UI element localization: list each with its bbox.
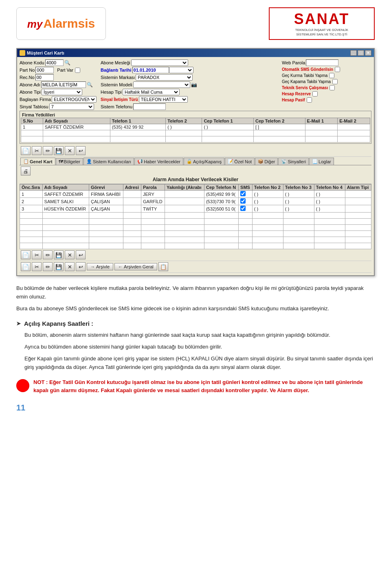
alarm-table-row-empty2 — [20, 219, 371, 225]
edit-button[interactable]: ✏ — [43, 146, 53, 155]
otomatik-sms-checkbox[interactable] — [335, 67, 340, 72]
sistem-telefonu-row: Sistem Telefonu — [101, 103, 280, 110]
alarm-col-adi: Adı Soyadı — [42, 184, 89, 191]
page-number: 11 — [16, 403, 375, 412]
arsivden-geral-button[interactable]: ← Arşivden Geral — [114, 263, 157, 270]
baglanti-tarihi-select[interactable] — [169, 67, 193, 73]
tab-ozel-not[interactable]: 📝 Özel Not — [225, 158, 255, 165]
alarm-sms-3-checkbox[interactable] — [240, 206, 246, 211]
tab-acilis-kapanis[interactable]: 🔓 Açılış/Kapanış — [184, 158, 224, 165]
restore-button[interactable]: □ — [358, 50, 364, 56]
cell-cep1: ( ) — [202, 124, 254, 130]
abone-kodu-search-icon[interactable]: 🔍 — [64, 60, 70, 66]
save-button[interactable]: 💾 — [54, 146, 64, 155]
sistem-telefonu-input[interactable] — [133, 103, 166, 110]
save-button-2[interactable]: 💾 — [54, 250, 64, 259]
delete-button-3[interactable]: ✕ — [65, 262, 75, 271]
tab-loglar[interactable]: 📃 Loglar — [309, 158, 334, 165]
alarm-cell-3-adres — [123, 205, 141, 213]
firma-table: S.No Adı Soyadı Telefon 1 Telefon 2 Cep … — [21, 118, 370, 143]
abone-tipi-select[interactable]: İşyeri — [42, 89, 82, 95]
save-button-3[interactable]: 💾 — [54, 262, 64, 271]
part-var-checkbox[interactable] — [75, 68, 80, 73]
hesap-tipi-select[interactable]: Haftalık Mail Cuma — [123, 89, 180, 95]
sinyal-tablosu-select[interactable]: 7 — [49, 103, 94, 110]
teknik-servis-checkbox[interactable] — [329, 85, 335, 90]
abone-adi-row: Abone Adı 🔍 — [20, 81, 99, 88]
refresh-button-2[interactable]: ↩ — [76, 250, 86, 259]
tab-bolgeler-label: Bölgeler — [64, 159, 80, 164]
abone-adi-input[interactable] — [41, 81, 86, 88]
alarm-col-adresi: Adresi — [123, 184, 141, 191]
abone-meslegi-select[interactable] — [131, 59, 188, 66]
cut-button[interactable]: ✂ — [32, 146, 42, 155]
sistemin-markasi-select[interactable]: PARADOX — [136, 74, 193, 81]
alarm-cell-2-tel3: ( ) — [283, 198, 314, 205]
titlebar-icon — [20, 50, 25, 56]
alarm-cell-3-tel2: ( ) — [252, 205, 283, 213]
gec-kapama-checkbox[interactable] — [332, 79, 338, 84]
edit-button-3[interactable]: ✏ — [43, 262, 53, 271]
copy-button[interactable]: 📋 — [158, 262, 168, 271]
delete-button-2[interactable]: ✕ — [65, 250, 75, 259]
sinyal-iletisim-select[interactable]: TELEFON HATTI — [139, 96, 188, 103]
tab-bolgeler[interactable]: 🗺 Bölgeler — [56, 158, 83, 165]
alarm-sms-2-checkbox[interactable] — [240, 198, 246, 204]
rec-no-input[interactable] — [35, 74, 54, 81]
alarm-cell-2-gorevi: ÇALIŞAN — [89, 198, 123, 205]
tab-haber-label: Haber Verilecekler — [144, 159, 180, 164]
cut-button-2[interactable]: ✂ — [32, 250, 42, 259]
alarm-sms-1-checkbox[interactable] — [240, 191, 246, 196]
tab-genel-kart[interactable]: 📋 Genel Kart — [20, 158, 55, 165]
col-cep2: Cep Telefon 2 — [253, 118, 305, 124]
baglanti-tarihi-input[interactable] — [132, 67, 169, 73]
tab-sinyalleri-icon: 📡 — [281, 159, 287, 164]
abone-adi-search-icon[interactable]: 🔍 — [87, 82, 93, 88]
sistemin-modeli-select[interactable] — [133, 81, 190, 88]
form-col1: Abone Kodu 🔍 Part No Part Var Rec.No — [20, 59, 99, 111]
tab-sinyalleri[interactable]: 📡 Sinyalleri — [278, 158, 309, 165]
tab-sistem-kullanicilari[interactable]: 👤 Sistem Kullanıcıları — [83, 158, 134, 165]
alarm-cell-2-adres — [123, 198, 141, 205]
alarm-cell-1-tipi — [345, 191, 371, 198]
tab-haber-verilecekler[interactable]: 📢 Haber Verilecekler — [134, 158, 183, 165]
cell-email2 — [338, 124, 370, 130]
sistemin-modeli-icon[interactable]: 📷 — [191, 82, 197, 88]
refresh-button[interactable]: ↩ — [76, 146, 86, 155]
alarm-col-parola: Parola — [141, 184, 165, 191]
abone-kodu-input[interactable] — [45, 59, 64, 66]
print-button[interactable]: 🖨 — [21, 167, 31, 176]
alarm-table-row3: 3 HÜSEYİN ÖZDEMİR ÇALIŞAN TWİTY (532)500… — [20, 205, 371, 213]
tab-loglar-icon: 📃 — [312, 159, 318, 164]
new-button-2[interactable]: 📄 — [21, 250, 31, 259]
alarm-cell-3-gorevi: ÇALIŞAN — [89, 205, 123, 213]
edit-button-2[interactable]: ✏ — [43, 250, 53, 259]
refresh-button-3[interactable]: ↩ — [76, 262, 86, 271]
part-no-input[interactable] — [35, 67, 54, 73]
arsiv-button[interactable]: → Arşivle — [87, 263, 113, 270]
close-button[interactable]: ✕ — [365, 50, 371, 56]
web-parola-input[interactable] — [306, 59, 338, 66]
alarm-col-gorevi: Görevi — [89, 184, 123, 191]
tab-ozel-not-icon: 📝 — [228, 159, 233, 164]
logo-sanat-sub2: SİSTEMLERİ SAN.VE TİC.LTD.ŞTİ — [296, 32, 347, 37]
alarm-table-row-empty3 — [20, 225, 371, 231]
tab-diger[interactable]: 📦 Diğer — [255, 158, 278, 165]
sistemin-modeli-label: Sistemin Modeli — [101, 82, 132, 87]
baglayan-firma-select[interactable]: ELEKTROGÜVENLİK — [52, 96, 97, 103]
minimize-button[interactable]: _ — [350, 50, 357, 56]
hesap-rezerve-checkbox[interactable] — [312, 91, 318, 97]
col-email1: E-Mail 1 — [305, 118, 338, 124]
cut-button-3[interactable]: ✂ — [32, 262, 42, 271]
new-button[interactable]: 📄 — [21, 146, 31, 155]
new-button-3[interactable]: 📄 — [21, 262, 31, 271]
hesap-pasif-checkbox[interactable] — [307, 97, 312, 103]
arsiv-label: Arşivle — [96, 264, 110, 269]
alarm-col-alarm-tipi: Alarm Tipi — [345, 184, 371, 191]
alarm-cell-2-onc: 2 — [20, 198, 43, 205]
gec-kurma-checkbox[interactable] — [329, 73, 334, 78]
toolbar-middle: 📄 ✂ ✏ 💾 ✕ ↩ — [20, 249, 371, 261]
alarm-cell-3-cep: (532)500 51 0( — [204, 205, 238, 213]
col-telefon1: Telefon 1 — [110, 118, 166, 124]
delete-button[interactable]: ✕ — [65, 146, 75, 155]
